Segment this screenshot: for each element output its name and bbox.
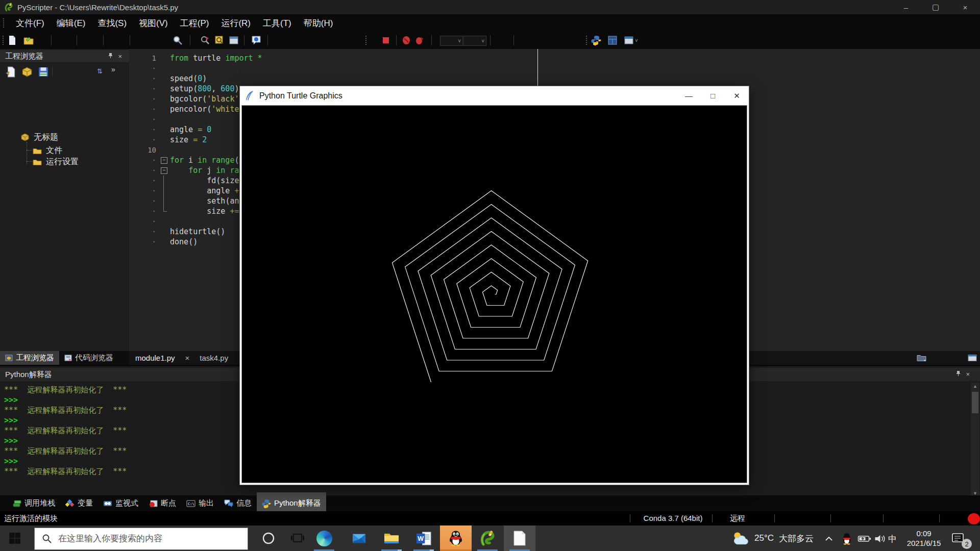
fold-margin <box>159 135 168 145</box>
notification-badge: 2 <box>962 539 972 549</box>
ime-indicator[interactable]: 中 <box>888 533 897 551</box>
close-button[interactable]: × <box>950 0 980 14</box>
cortana-icon <box>262 532 275 545</box>
turtle-maximize-button[interactable]: □ <box>701 86 725 105</box>
search-input[interactable] <box>57 533 248 544</box>
weather-widget[interactable]: 25°C 大部多云 <box>731 525 814 551</box>
tree-item-run-settings[interactable]: 运行设置 <box>33 156 79 167</box>
run-config-dropdown[interactable]: ˅ <box>440 36 463 46</box>
tray-chevron[interactable] <box>825 534 833 551</box>
search-term-dropdown[interactable]: ˅ <box>463 36 486 46</box>
taskbar-app-explorer[interactable] <box>376 525 407 551</box>
pin-icon[interactable] <box>108 53 114 59</box>
tray-volume[interactable] <box>874 534 887 551</box>
fold-margin[interactable]: − <box>159 155 168 165</box>
console-scrollbar[interactable]: ▲ ▼ <box>971 383 979 497</box>
info-bubble-icon[interactable] <box>251 35 261 45</box>
taskbar-app-word[interactable]: W <box>408 525 439 551</box>
svg-text:W: W <box>418 535 424 542</box>
taskbar-app-qq[interactable] <box>440 525 472 551</box>
tab-task4[interactable]: task4.py <box>193 354 234 362</box>
tab-code-explorer[interactable]: 代码浏览器 <box>59 351 118 365</box>
search-in-files-icon[interactable] <box>214 35 225 45</box>
more-buttons-icon[interactable]: » <box>111 65 115 73</box>
tab-module1[interactable]: module1.py <box>129 354 181 362</box>
tab-project-explorer[interactable]: 工程浏览器 <box>0 351 59 365</box>
panel-close-icon[interactable]: × <box>118 53 122 60</box>
menu-item[interactable]: 帮助(H) <box>298 18 339 28</box>
turtle-graphics-window[interactable]: Python Turtle Graphics — □ ✕ <box>239 86 749 485</box>
new-file-icon[interactable] <box>7 35 17 45</box>
code-text: hideturtle() <box>170 227 225 236</box>
tab-label: Python解释器 <box>274 498 321 508</box>
tab-variables[interactable]: 变量 <box>60 495 98 511</box>
menu-item[interactable]: 视图(V) <box>133 18 174 28</box>
tab-label: 调用堆栈 <box>24 498 55 508</box>
search-icon[interactable] <box>173 35 183 45</box>
windows-logo-icon <box>8 532 21 545</box>
open-file-icon[interactable] <box>23 35 34 45</box>
turtle-close-button[interactable]: ✕ <box>725 86 749 105</box>
minimize-button[interactable]: – <box>891 0 921 14</box>
menu-item[interactable]: 运行(R) <box>215 18 257 28</box>
tab-close-icon[interactable]: × <box>181 354 194 362</box>
panel-close-icon[interactable]: × <box>966 370 970 378</box>
status-interpreter: Conda 3.7 (64bit) <box>641 514 705 522</box>
project-explorer-title: 工程浏览器 <box>5 52 43 61</box>
save-project-icon[interactable] <box>38 66 49 78</box>
stop-icon[interactable] <box>381 35 391 45</box>
taskbar-app-mail[interactable] <box>343 525 375 551</box>
tab-breakpoints[interactable]: 断点 <box>143 495 181 511</box>
fold-collapse-icon[interactable]: − <box>161 157 167 164</box>
code-line: ·speed(0) <box>129 73 980 84</box>
code-text: angle = 0 <box>170 125 211 134</box>
taskbar-app-document[interactable] <box>504 525 535 551</box>
menu-item[interactable]: 工程(P) <box>174 18 215 28</box>
line-dot: · <box>129 85 159 93</box>
maximize-button[interactable]: ▢ <box>921 0 950 14</box>
window-list-icon[interactable] <box>968 354 977 362</box>
tab-python-interpreter[interactable]: Python解释器 <box>257 492 326 512</box>
find-window-icon[interactable] <box>229 35 239 45</box>
start-button[interactable] <box>5 531 24 546</box>
turtle-window-title: Python Turtle Graphics <box>259 91 342 101</box>
file-list-icon[interactable] <box>917 354 927 362</box>
new-project-icon[interactable] <box>5 66 16 78</box>
tray-battery[interactable] <box>857 535 871 551</box>
menu-item[interactable]: 编辑(E) <box>51 18 92 28</box>
window-layout-icon[interactable] <box>624 35 634 45</box>
python-engine-icon[interactable] <box>591 35 601 45</box>
pin-icon[interactable] <box>955 370 962 377</box>
taskbar-app-edge[interactable] <box>308 525 340 551</box>
tab-watches[interactable]: 监视式 <box>98 495 143 511</box>
taskbar-app-pyscripter[interactable] <box>472 525 503 551</box>
sort-icon[interactable]: ⇅ <box>97 67 103 75</box>
pyscripter-taskbar-icon <box>479 530 496 546</box>
tree-item-project-root[interactable]: 无标题 <box>20 132 58 143</box>
taskbar-search[interactable] <box>34 528 248 550</box>
chevron-down-icon[interactable]: ˅ <box>635 38 638 43</box>
tray-clock[interactable]: 0:09 2021/6/15 <box>899 529 948 548</box>
fold-margin[interactable]: − <box>159 165 168 176</box>
tree-item-files[interactable]: 文件 <box>33 145 62 156</box>
search-next-icon[interactable] <box>200 35 210 45</box>
menu-item[interactable]: 工具(T) <box>257 18 298 28</box>
menu-item[interactable]: 查找(S) <box>91 18 133 28</box>
menu-item[interactable]: 文件(F) <box>10 18 51 28</box>
tab-output[interactable]: C:\ 输出 <box>181 495 219 511</box>
scrollbar-thumb[interactable] <box>972 392 978 413</box>
debug-abort-icon[interactable] <box>401 35 411 45</box>
debug-detach-icon[interactable] <box>415 35 425 45</box>
scroll-up-icon[interactable]: ▲ <box>971 384 979 389</box>
open-project-icon[interactable] <box>21 66 33 78</box>
svg-text:C:\: C:\ <box>188 502 194 506</box>
tray-qq[interactable] <box>841 533 852 551</box>
turtle-minimize-button[interactable]: — <box>677 86 701 105</box>
cortana-button[interactable] <box>253 525 284 551</box>
tab-call-stack[interactable]: 调用堆栈 <box>7 495 60 511</box>
notification-dot <box>968 513 980 524</box>
layout-grid-icon[interactable] <box>607 35 618 45</box>
fold-collapse-icon[interactable]: − <box>161 167 167 174</box>
output-icon: C:\ <box>186 499 195 508</box>
tab-messages[interactable]: 信息 <box>219 495 257 511</box>
